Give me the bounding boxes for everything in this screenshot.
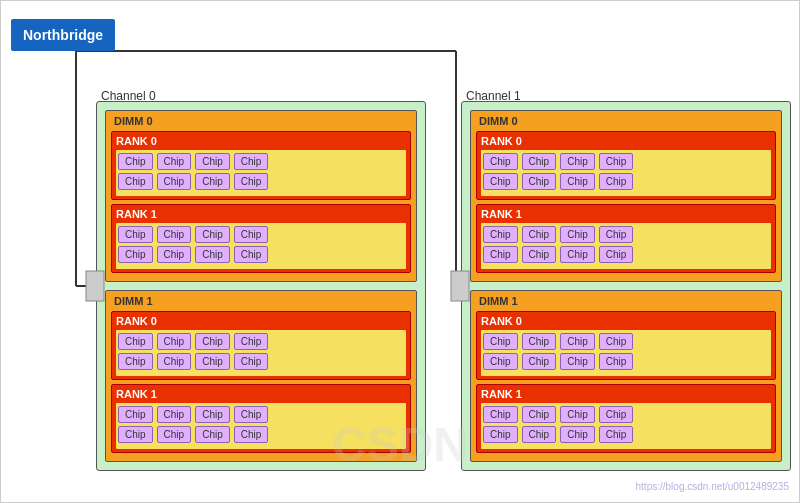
chip: Chip (560, 406, 595, 423)
chip: Chip (157, 226, 192, 243)
channel-1-dimm-1-label: DIMM 1 (477, 295, 775, 307)
chip: Chip (234, 173, 269, 190)
chip: Chip (234, 153, 269, 170)
chip: Chip (118, 226, 153, 243)
channel-1-dimm-1: DIMM 1 RANK 0 Chip Chip Chip Chip Chip C… (470, 290, 782, 462)
chip: Chip (157, 173, 192, 190)
chip: Chip (560, 353, 595, 370)
chip: Chip (118, 333, 153, 350)
chip: Chip (195, 153, 230, 170)
channel-1-container: DIMM 0 RANK 0 Chip Chip Chip Chip Chip C… (461, 101, 791, 471)
chip: Chip (560, 426, 595, 443)
chip: Chip (560, 246, 595, 263)
channel-1-dimm-0-rank-0: RANK 0 Chip Chip Chip Chip Chip Chip Chi… (476, 131, 776, 200)
channel-0-dimm-1-rank-1: RANK 1 Chip Chip Chip Chip Chip Chip Chi… (111, 384, 411, 453)
rank-1-1-0-label: RANK 0 (481, 315, 771, 327)
chip: Chip (560, 333, 595, 350)
chip: Chip (157, 426, 192, 443)
channel-0-dimm-1-rank-0: RANK 0 Chip Chip Chip Chip Chip Chip Chi… (111, 311, 411, 380)
chip: Chip (522, 426, 557, 443)
channel-0-dimm-1-label: DIMM 1 (112, 295, 410, 307)
channel-1-dimm-0-label: DIMM 0 (477, 115, 775, 127)
chip: Chip (195, 246, 230, 263)
channel-0-dimm-0-rank-1: RANK 1 Chip Chip Chip Chip Chip Chip Chi… (111, 204, 411, 273)
rank-1-0-0-label: RANK 0 (481, 135, 771, 147)
chip: Chip (195, 406, 230, 423)
chip: Chip (118, 353, 153, 370)
chip: Chip (599, 426, 634, 443)
chip: Chip (599, 226, 634, 243)
chip: Chip (195, 333, 230, 350)
chip: Chip (157, 153, 192, 170)
chip: Chip (522, 246, 557, 263)
chip: Chip (234, 226, 269, 243)
channel-1-dimm-0-rank-1: RANK 1 Chip Chip Chip Chip Chip Chip Chi… (476, 204, 776, 273)
chip: Chip (483, 406, 518, 423)
chip: Chip (522, 406, 557, 423)
chip: Chip (522, 153, 557, 170)
channel-0-dimm-0-rank-0: RANK 0 Chip Chip Chip Chip Chip Chip Chi… (111, 131, 411, 200)
channel-1-dimm-1-rank-1: RANK 1 Chip Chip Chip Chip Chip Chip Chi… (476, 384, 776, 453)
chip: Chip (118, 153, 153, 170)
rank-1-1-1-label: RANK 1 (481, 388, 771, 400)
chip: Chip (118, 246, 153, 263)
channel-1-dimm-0: DIMM 0 RANK 0 Chip Chip Chip Chip Chip C… (470, 110, 782, 282)
rank-0-1-1-label: RANK 1 (116, 388, 406, 400)
chip: Chip (195, 426, 230, 443)
chip: Chip (522, 353, 557, 370)
chip: Chip (118, 173, 153, 190)
chip: Chip (599, 246, 634, 263)
chip: Chip (599, 333, 634, 350)
chip: Chip (483, 153, 518, 170)
rank-0-1-0-label: RANK 0 (116, 315, 406, 327)
chip: Chip (483, 426, 518, 443)
rank-1-0-1-label: RANK 1 (481, 208, 771, 220)
main-container: Northbridge Channel 0 DIMM 0 RANK 0 Chip… (0, 0, 800, 503)
chip: Chip (118, 406, 153, 423)
chip: Chip (483, 333, 518, 350)
chip: Chip (234, 353, 269, 370)
channel-0-dimm-0: DIMM 0 RANK 0 Chip Chip Chip Chip Chip C… (105, 110, 417, 282)
chip: Chip (483, 173, 518, 190)
channel-1-dimm-1-rank-0: RANK 0 Chip Chip Chip Chip Chip Chip Chi… (476, 311, 776, 380)
chip: Chip (599, 173, 634, 190)
channel-0-container: DIMM 0 RANK 0 Chip Chip Chip Chip Chip C… (96, 101, 426, 471)
chip: Chip (483, 353, 518, 370)
chip: Chip (157, 353, 192, 370)
chip: Chip (599, 406, 634, 423)
chip: Chip (234, 333, 269, 350)
chip: Chip (157, 406, 192, 423)
channel-0-dimm-0-label: DIMM 0 (112, 115, 410, 127)
watermark: https://blog.csdn.net/u0012489235 (636, 481, 789, 492)
chip: Chip (234, 426, 269, 443)
chip: Chip (157, 246, 192, 263)
chip: Chip (560, 226, 595, 243)
chip: Chip (118, 426, 153, 443)
channel-0-dimm-1: DIMM 1 RANK 0 Chip Chip Chip Chip Chip C… (105, 290, 417, 462)
chip: Chip (483, 246, 518, 263)
chip: Chip (195, 353, 230, 370)
chip: Chip (599, 153, 634, 170)
chip: Chip (560, 173, 595, 190)
chip: Chip (195, 173, 230, 190)
rank-0-0-0-label: RANK 0 (116, 135, 406, 147)
chip: Chip (522, 333, 557, 350)
chip: Chip (522, 226, 557, 243)
chip: Chip (234, 406, 269, 423)
rank-0-0-1-label: RANK 1 (116, 208, 406, 220)
chip: Chip (522, 173, 557, 190)
chip: Chip (234, 246, 269, 263)
chip: Chip (483, 226, 518, 243)
chip: Chip (560, 153, 595, 170)
chip: Chip (195, 226, 230, 243)
northbridge-label: Northbridge (23, 27, 103, 43)
northbridge-box: Northbridge (11, 19, 115, 51)
chip: Chip (157, 333, 192, 350)
chip: Chip (599, 353, 634, 370)
